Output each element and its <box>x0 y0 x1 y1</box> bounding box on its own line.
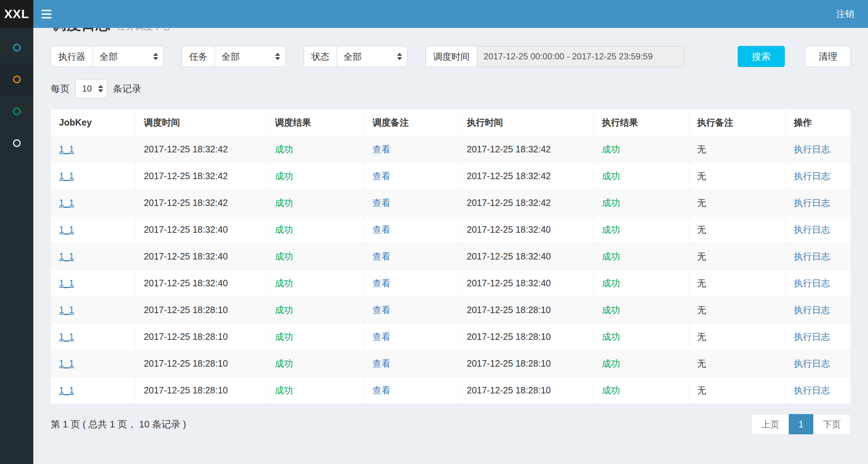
sched-result-cell: 成功 <box>267 243 364 270</box>
sched-remark-link[interactable]: 查看 <box>372 358 391 368</box>
exec-log-link[interactable]: 执行日志 <box>794 224 830 235</box>
exec-time-cell: 2017-12-25 18:32:42 <box>459 163 594 190</box>
pagination-info: 第 1 页 ( 总共 1 页， 10 条记录 ) <box>51 418 186 431</box>
navbar-main: 注销 <box>33 0 868 28</box>
jobkey-link[interactable]: 1_1 <box>59 251 74 261</box>
exec-log-link[interactable]: 执行日志 <box>794 358 830 368</box>
sidebar-item-2[interactable] <box>0 63 33 95</box>
exec-log-link[interactable]: 执行日志 <box>794 198 830 208</box>
sched-time-cell: 2017-12-25 18:32:40 <box>136 216 267 243</box>
page-size-suffix-label: 条记录 <box>113 83 141 95</box>
exec-time-cell: 2017-12-25 18:32:42 <box>459 190 594 216</box>
search-button[interactable]: 搜索 <box>738 46 785 67</box>
job-filter: 任务 全部 <box>182 46 286 67</box>
current-page-button[interactable]: 1 <box>789 414 813 434</box>
sched-result-cell: 成功 <box>267 324 364 350</box>
exec-result-cell: 成功 <box>594 350 689 377</box>
sidebar <box>0 28 33 464</box>
exec-remark-cell: 无 <box>689 377 785 404</box>
exec-result-cell: 成功 <box>594 270 689 297</box>
sched-time-cell: 2017-12-25 18:32:42 <box>136 163 267 190</box>
col-header-jobkey: JobKey <box>51 109 136 136</box>
exec-time-cell: 2017-12-25 18:28:10 <box>459 324 594 350</box>
exec-log-link[interactable]: 执行日志 <box>794 332 830 342</box>
sched-remark-link[interactable]: 查看 <box>372 171 391 181</box>
circle-icon <box>13 44 21 51</box>
exec-remark-cell: 无 <box>689 190 785 216</box>
prev-page-button[interactable]: 上页 <box>751 414 789 434</box>
status-filter-value: 全部 <box>344 51 362 63</box>
sched-remark-link[interactable]: 查看 <box>372 224 391 235</box>
app-logo[interactable]: XXL <box>0 0 33 28</box>
exec-result-cell: 成功 <box>594 136 689 163</box>
sched-time-cell: 2017-12-25 18:28:10 <box>136 324 267 350</box>
sched-time-cell: 2017-12-25 18:32:42 <box>136 190 267 216</box>
jobkey-link[interactable]: 1_1 <box>59 358 74 368</box>
sched-remark-link[interactable]: 查看 <box>372 198 391 208</box>
sidebar-toggle-button[interactable] <box>33 0 59 28</box>
exec-remark-cell: 无 <box>689 163 785 190</box>
table-row: 1_1 2017-12-25 18:28:10 成功 查看 2017-12-25… <box>51 377 851 404</box>
hamburger-icon <box>42 10 51 11</box>
exec-log-link[interactable]: 执行日志 <box>794 385 830 395</box>
page-size-control: 每页 10 条记录 <box>51 79 851 98</box>
exec-time-cell: 2017-12-25 18:32:40 <box>459 270 594 297</box>
sched-remark-link[interactable]: 查看 <box>372 144 391 154</box>
sched-result-cell: 成功 <box>267 297 364 324</box>
select-arrows-icon <box>153 53 158 60</box>
page-size-prefix-label: 每页 <box>51 83 69 95</box>
exec-result-cell: 成功 <box>594 190 689 216</box>
sched-remark-link[interactable]: 查看 <box>372 385 391 395</box>
jobkey-link[interactable]: 1_1 <box>59 332 74 342</box>
status-filter-select[interactable]: 全部 <box>337 46 408 67</box>
job-filter-select[interactable]: 全部 <box>215 46 286 67</box>
sidebar-item-1[interactable] <box>0 31 33 63</box>
exec-log-link[interactable]: 执行日志 <box>794 305 830 315</box>
sidebar-item-4[interactable] <box>0 127 33 159</box>
exec-time-cell: 2017-12-25 18:28:10 <box>459 377 594 404</box>
jobkey-link[interactable]: 1_1 <box>59 305 74 315</box>
sched-remark-link[interactable]: 查看 <box>372 332 391 342</box>
sched-time-cell: 2017-12-25 18:32:42 <box>136 136 267 163</box>
sidebar-item-3[interactable] <box>0 95 33 127</box>
jobkey-link[interactable]: 1_1 <box>59 144 74 154</box>
exec-time-cell: 2017-12-25 18:28:10 <box>459 297 594 324</box>
col-header-sched-remark: 调度备注 <box>364 109 459 136</box>
next-page-button[interactable]: 下页 <box>813 414 851 434</box>
exec-result-cell: 成功 <box>594 163 689 190</box>
sched-remark-link[interactable]: 查看 <box>372 305 391 315</box>
sched-result-cell: 成功 <box>267 136 364 163</box>
jobkey-link[interactable]: 1_1 <box>59 198 74 208</box>
executor-filter-value: 全部 <box>100 51 118 63</box>
exec-result-cell: 成功 <box>594 216 689 243</box>
exec-result-cell: 成功 <box>594 297 689 324</box>
sched-result-cell: 成功 <box>267 377 364 404</box>
col-header-sched-result: 调度结果 <box>267 109 364 136</box>
time-range-input[interactable]: 2017-12-25 00:00:00 - 2017-12-25 23:59:5… <box>477 46 684 67</box>
exec-log-link[interactable]: 执行日志 <box>794 251 830 261</box>
jobkey-link[interactable]: 1_1 <box>59 224 74 235</box>
select-arrows-icon <box>275 53 280 60</box>
jobkey-link[interactable]: 1_1 <box>59 278 74 288</box>
exec-time-cell: 2017-12-25 18:32:40 <box>459 216 594 243</box>
executor-filter-select[interactable]: 全部 <box>93 46 164 67</box>
sched-result-cell: 成功 <box>267 190 364 216</box>
circle-icon <box>13 139 21 147</box>
logout-link[interactable]: 注销 <box>836 8 854 20</box>
filter-toolbar: 执行器 全部 任务 全部 状态 全部 调度时间 2017-12-25 00:00… <box>51 46 851 67</box>
exec-log-link[interactable]: 执行日志 <box>794 278 830 288</box>
clear-button[interactable]: 清理 <box>805 46 851 67</box>
page-size-select[interactable]: 10 <box>75 79 107 98</box>
sched-remark-link[interactable]: 查看 <box>372 251 391 261</box>
exec-log-link[interactable]: 执行日志 <box>794 144 830 154</box>
sched-remark-link[interactable]: 查看 <box>372 278 391 288</box>
table-header-row: JobKey 调度时间 调度结果 调度备注 执行时间 执行结果 执行备注 操作 <box>51 109 851 136</box>
jobkey-link[interactable]: 1_1 <box>59 385 74 395</box>
page-size-value: 10 <box>82 84 92 94</box>
exec-log-link[interactable]: 执行日志 <box>794 171 830 181</box>
table-row: 1_1 2017-12-25 18:28:10 成功 查看 2017-12-25… <box>51 350 851 377</box>
exec-time-cell: 2017-12-25 18:32:40 <box>459 243 594 270</box>
app-logo-text: XXL <box>4 7 29 21</box>
jobkey-link[interactable]: 1_1 <box>59 171 74 181</box>
exec-result-cell: 成功 <box>594 243 689 270</box>
